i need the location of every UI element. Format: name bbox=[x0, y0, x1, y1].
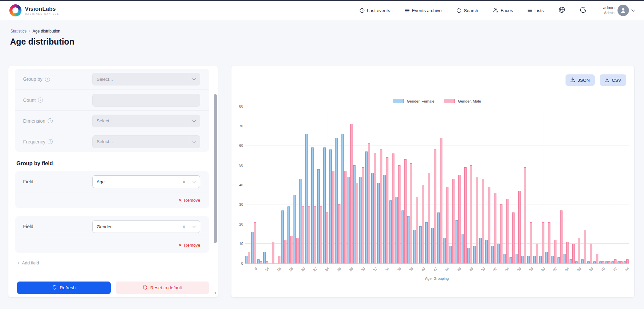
x-tick bbox=[542, 263, 542, 265]
count-input[interactable] bbox=[92, 94, 200, 107]
bar-female bbox=[251, 232, 254, 263]
bar-group bbox=[515, 106, 521, 263]
x-tick bbox=[614, 263, 614, 265]
nav-search[interactable]: Search bbox=[457, 8, 478, 13]
bar-male bbox=[518, 191, 521, 263]
bar-male bbox=[380, 149, 382, 263]
bar-group bbox=[329, 106, 335, 263]
nav-lists[interactable]: Lists bbox=[528, 8, 544, 13]
info-icon[interactable]: i bbox=[48, 139, 53, 144]
reset-to-default-button[interactable]: Reset to default bbox=[116, 282, 209, 294]
avatar bbox=[618, 5, 629, 16]
legend-item-female[interactable]: Gender, Female bbox=[393, 99, 434, 103]
y-tick-label: 30 bbox=[232, 202, 243, 206]
download-json-button[interactable]: JSON bbox=[566, 74, 595, 86]
bar-female bbox=[581, 259, 584, 263]
field-block-gender: Field Gender ✕ ✕ Remove bbox=[15, 216, 209, 253]
nav-label: Search bbox=[464, 8, 478, 13]
select-placeholder: Select... bbox=[97, 139, 113, 144]
clear-icon[interactable]: ✕ bbox=[181, 224, 189, 229]
bar-male bbox=[416, 197, 418, 263]
x-axis-line bbox=[245, 263, 629, 264]
bar-female bbox=[479, 238, 482, 263]
plus-icon: + bbox=[17, 260, 20, 265]
bar-group bbox=[317, 106, 323, 263]
bar-male bbox=[602, 261, 604, 263]
bar-male bbox=[434, 149, 436, 263]
download-csv-button[interactable]: CSV bbox=[600, 74, 626, 86]
field-select-gender[interactable]: Gender ✕ bbox=[92, 220, 200, 233]
y-tick-label: 20 bbox=[232, 222, 243, 226]
bar-female bbox=[545, 252, 548, 263]
bar-male bbox=[596, 254, 598, 263]
legend-item-male[interactable]: Gender, Male bbox=[444, 99, 481, 103]
bar-group bbox=[419, 106, 425, 263]
bar-female bbox=[413, 230, 416, 263]
bar-male bbox=[524, 167, 526, 263]
bar-female bbox=[575, 261, 578, 263]
remove-field-button[interactable]: ✕ Remove bbox=[178, 243, 200, 248]
json-label: JSON bbox=[578, 78, 590, 83]
archive-list-icon bbox=[405, 8, 410, 13]
group-by-select[interactable]: Select... bbox=[92, 73, 200, 85]
y-tick-label: 0 bbox=[232, 261, 243, 265]
x-tick bbox=[290, 263, 290, 265]
add-field-button[interactable]: + Add field bbox=[17, 260, 209, 265]
x-tick bbox=[410, 263, 410, 265]
brand-logo[interactable]: VisionLabs MACHINES CAN SEE bbox=[9, 4, 59, 16]
user-menu[interactable]: admin Admin bbox=[603, 5, 635, 16]
field-label: Field bbox=[23, 179, 33, 184]
x-tick bbox=[350, 263, 350, 265]
refresh-button[interactable]: Refresh bbox=[17, 282, 111, 294]
field-select-age[interactable]: Age ✕ bbox=[92, 175, 200, 188]
bar-group bbox=[371, 106, 377, 263]
x-axis-title: Age, Grouping bbox=[245, 276, 629, 281]
bar-male bbox=[512, 212, 515, 263]
info-icon[interactable]: i bbox=[38, 98, 43, 103]
bar-group bbox=[551, 106, 557, 263]
info-icon[interactable]: i bbox=[48, 118, 53, 123]
bar-group bbox=[527, 106, 533, 263]
breadcrumb-current: Age distribution bbox=[33, 29, 60, 34]
x-tick bbox=[326, 263, 326, 265]
dark-mode-toggle[interactable] bbox=[580, 7, 586, 14]
scrollbar-down-arrow[interactable]: ▼ bbox=[214, 292, 217, 295]
chevron-down-icon bbox=[631, 8, 635, 11]
bar-group bbox=[473, 106, 479, 263]
x-tick bbox=[254, 263, 254, 265]
bar-female bbox=[521, 256, 524, 263]
bar-female bbox=[359, 177, 362, 263]
bar-group bbox=[257, 106, 263, 263]
clear-icon[interactable]: ✕ bbox=[181, 179, 189, 184]
field-row: Field Gender ✕ bbox=[15, 216, 209, 237]
bar-group bbox=[395, 106, 401, 263]
x-tick bbox=[554, 263, 554, 265]
nav-label: Faces bbox=[500, 8, 513, 13]
nav-faces[interactable]: Faces bbox=[493, 8, 513, 13]
bar-female bbox=[347, 177, 350, 263]
frequency-select[interactable]: Select... bbox=[92, 135, 200, 148]
panel-scrollbar[interactable]: ▼ bbox=[214, 68, 217, 295]
nav-last-events[interactable]: Last events bbox=[360, 8, 390, 13]
bar-group bbox=[575, 106, 581, 263]
bar-male bbox=[578, 238, 580, 263]
bar-male bbox=[392, 153, 394, 263]
bar-female bbox=[395, 197, 398, 263]
bar-male bbox=[446, 187, 448, 263]
bar-female bbox=[353, 165, 356, 263]
chevron-down-icon bbox=[193, 180, 196, 183]
dimension-select[interactable]: Select... bbox=[92, 115, 200, 127]
breadcrumb-statistics[interactable]: Statistics bbox=[10, 29, 26, 34]
language-globe-button[interactable] bbox=[558, 6, 565, 14]
bar-male bbox=[440, 138, 442, 263]
bar-group bbox=[341, 106, 347, 263]
bar-female bbox=[281, 210, 284, 263]
bar-group bbox=[323, 106, 329, 263]
bar-female bbox=[516, 254, 518, 263]
csv-label: CSV bbox=[612, 78, 621, 83]
select-placeholder: Select... bbox=[97, 77, 113, 82]
scrollbar-thumb[interactable] bbox=[214, 94, 217, 243]
remove-field-button[interactable]: ✕ Remove bbox=[178, 198, 200, 203]
info-icon[interactable]: i bbox=[45, 77, 50, 82]
nav-events-archive[interactable]: Events archive bbox=[405, 8, 442, 13]
